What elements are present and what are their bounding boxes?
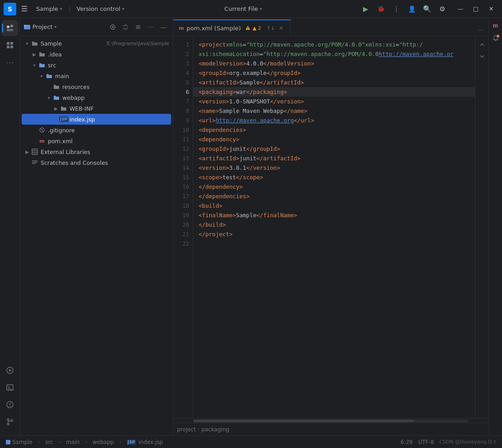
project-panel-title[interactable]: Project ▾ [23, 23, 105, 31]
minimize-button[interactable]: — [453, 3, 468, 15]
vcs-selector[interactable]: Version control ▾ [73, 4, 128, 14]
close-button[interactable]: ✕ [484, 3, 498, 15]
code-line-1: <project xmlns="http://maven.apache.org/… [193, 40, 475, 49]
status-main[interactable]: main [64, 438, 81, 446]
status-bar: Sample › src › main › webapp › JSP index… [0, 435, 502, 448]
right-panel: m [488, 18, 502, 435]
settings-button[interactable]: ⚙ [435, 3, 450, 15]
sidebar-icon-run[interactable] [2, 362, 18, 378]
tree-item-sample-root[interactable]: ▾ Sample E:\Programs\Java\Sample [22, 38, 171, 49]
code-line-18: <build> [193, 201, 475, 210]
current-file-button[interactable]: Current File ▾ [219, 3, 267, 14]
scroll-to-bottom-button[interactable] [477, 51, 487, 61]
status-file-type-icon: JSP [127, 439, 136, 445]
sidebar-icon-terminal[interactable] [2, 379, 18, 396]
hamburger-menu[interactable]: ☰ [18, 3, 31, 15]
right-panel-maven-button[interactable]: m [490, 20, 502, 32]
breadcrumb-packaging[interactable]: packaging [201, 426, 229, 433]
status-sep3: › [85, 439, 87, 445]
sidebar-icon-git[interactable] [2, 414, 18, 430]
status-sample-link[interactable]: Sample [4, 438, 34, 446]
minimize-icon: — [458, 5, 464, 12]
sidebar-icon-more[interactable]: ⋯ [2, 54, 18, 70]
scroll-btn[interactable]: ↑↓ [266, 25, 274, 31]
tree-item-label: index.jsp [70, 116, 169, 123]
tree-item-label: .idea [48, 51, 169, 58]
tab-bar-more-button[interactable]: ⋯ [475, 24, 487, 36]
code-line-20: </build> [193, 220, 475, 229]
tree-item-label: resources [62, 84, 169, 90]
sidebar-icon-plugins[interactable] [2, 37, 18, 53]
breadcrumb-sep: › [198, 426, 200, 432]
locate-in-tree-button[interactable] [107, 21, 119, 33]
tree-item-label: src [48, 62, 169, 69]
project-selector[interactable]: Sample ▾ [33, 4, 66, 14]
tree-item-main[interactable]: ▾ main [22, 70, 171, 81]
panel-options-button[interactable]: ⋯ [145, 21, 157, 33]
tree-item-label: External Libraries [41, 149, 169, 155]
line-num-18: 18 [173, 201, 189, 210]
close-panel-button[interactable]: — [158, 21, 169, 33]
collab-button[interactable]: 👤 [404, 3, 419, 15]
app-logo: S [4, 3, 16, 15]
svg-rect-1 [10, 25, 13, 27]
debug-button[interactable]: 🐞 [374, 3, 388, 15]
line-num-4: 4 [173, 68, 189, 78]
status-file-name: index.jsp [139, 439, 163, 445]
tree-item-webinf[interactable]: ▶ WEB-INF [22, 103, 171, 114]
project-title-chevron: ▾ [54, 24, 56, 29]
svg-rect-0 [7, 26, 9, 28]
code-line-6: <packaging>war</packaging> [193, 87, 475, 97]
tree-item-index-jsp[interactable]: JSP index.jsp [22, 114, 171, 125]
run-button[interactable]: ▶ [358, 3, 373, 15]
status-src[interactable]: src [43, 438, 55, 446]
tree-item-label: pom.xml [48, 138, 169, 145]
line-num-3: 3 [173, 59, 189, 68]
line-num-10: 10 [173, 125, 189, 135]
tab-pom-xml[interactable]: m pom.xml (Sample) ▲ 2 ↑↓ ✕ [173, 19, 291, 36]
run-icon: ▶ [363, 5, 368, 13]
status-file[interactable]: JSP index.jsp [125, 438, 165, 446]
line-num-11: 11 [173, 135, 189, 144]
code-line-9: <url>http://maven.apache.org</url> [193, 116, 475, 125]
notifications-button[interactable] [490, 33, 502, 44]
titlebar-center: Current File ▾ [130, 3, 357, 14]
tree-item-label: .gitignore [48, 127, 169, 134]
status-encoding[interactable]: UTF-8 [416, 438, 436, 446]
tree-item-external-libs[interactable]: ▶ External Libraries [22, 146, 171, 157]
more-actions-button[interactable]: ⋮ [389, 3, 404, 15]
search-button[interactable]: 🔍 [420, 3, 434, 15]
status-webapp[interactable]: webapp [91, 438, 116, 446]
tree-item-src[interactable]: ▾ src [22, 60, 171, 70]
main-folder-icon [45, 72, 53, 80]
maximize-button[interactable]: □ [469, 3, 483, 15]
project-tree: ▾ Sample E:\Programs\Java\Sample ▶ [20, 36, 173, 435]
svg-point-14 [7, 419, 9, 420]
src-folder-icon [38, 61, 46, 69]
breadcrumb-project[interactable]: project [177, 426, 196, 433]
tree-item-pom[interactable]: m pom.xml [22, 135, 171, 146]
svg-rect-38 [6, 440, 10, 444]
line-num-19: 19 [173, 210, 189, 220]
tree-item-idea[interactable]: ▶ .idea [22, 49, 171, 60]
status-position[interactable]: 6:29 [399, 438, 414, 446]
line-num-7: 7 [173, 97, 189, 106]
tree-item-resources[interactable]: resources [22, 81, 171, 92]
svg-point-37 [248, 29, 248, 29]
editor-area: m pom.xml (Sample) ▲ 2 ↑↓ ✕ ⋯ [173, 18, 488, 435]
expand-collapse-button[interactable] [120, 21, 131, 33]
collapse-all-button[interactable] [132, 21, 144, 33]
tab-close-button[interactable]: ✕ [278, 24, 285, 32]
tree-arrow: ▾ [38, 72, 45, 79]
horizontal-scrollbar[interactable] [173, 418, 488, 423]
tree-item-scratches[interactable]: Scratches and Consoles [22, 157, 171, 168]
sidebar-icon-project[interactable] [2, 20, 18, 36]
scroll-to-top-button[interactable] [477, 40, 487, 50]
status-sample-label: Sample [12, 439, 33, 445]
line-num-16: 16 [173, 182, 189, 191]
tree-item-gitignore[interactable]: .gitignore [22, 125, 171, 135]
tree-item-webapp[interactable]: ▾ webapp [22, 92, 171, 103]
line-num-13: 13 [173, 154, 189, 163]
code-content[interactable]: <project xmlns="http://maven.apache.org/… [193, 36, 475, 418]
sidebar-icon-problems[interactable] [2, 397, 18, 413]
